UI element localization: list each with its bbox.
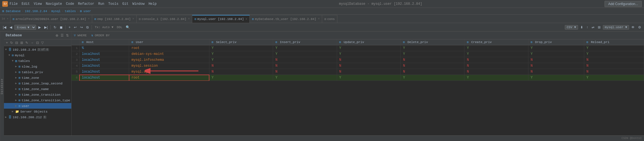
tab-icon-arnoldtest: ⊞ (13, 17, 14, 21)
sidebar-item-time-zone-transition-type[interactable]: ▶ ⊞ time_zone_transition_type (4, 97, 71, 103)
toolbar-upload-btn[interactable]: ↑ (585, 25, 589, 30)
sidebar-refresh-icon[interactable]: ↻ (9, 41, 14, 45)
menu-edit[interactable]: Edit (22, 2, 30, 6)
table-row[interactable]: 2localhostdebian-sys-maintYYYYYYY (72, 51, 644, 57)
col-create-priv[interactable]: ⊞ Create_priv (464, 39, 528, 45)
toolbar-redo-btn[interactable]: ↪ (79, 25, 84, 30)
sidebar-item-db2[interactable]: ▶ 🗄 192.168.200.212 6 (4, 114, 71, 120)
breadcrumb-tables[interactable]: tables (65, 10, 76, 13)
cell-create-priv: N (464, 63, 528, 69)
sidebar-item-time-zone-leap[interactable]: ▶ ⊞ time_zone_leap_second (4, 80, 71, 86)
breadcrumb-database[interactable]: Database (6, 10, 21, 13)
sidebar-item-tables[interactable]: ▼ ▤ tables (4, 58, 71, 64)
filter-icon: ▽ (74, 33, 76, 37)
sidebar-arrow-btn[interactable]: → (30, 41, 35, 45)
toolbar-search-btn[interactable]: 🔍 (125, 25, 131, 30)
sidebar-edit-btn[interactable]: ✎ (25, 41, 29, 45)
sidebar-filter2-btn[interactable]: ▽ (40, 41, 45, 45)
add-configuration-button[interactable]: Add Configuration... (605, 1, 642, 7)
breadcrumb-user[interactable]: user (83, 10, 91, 13)
sidebar-collapse-btn[interactable]: ⇅ (65, 33, 70, 38)
menu-help[interactable]: Help (149, 2, 157, 6)
sidebar-item-mysql[interactable]: ▼ ⊞ mysql (4, 52, 71, 58)
toolbar-eye-btn[interactable]: 👁 (630, 25, 636, 30)
sidebar-list-btn[interactable]: ☰ (60, 33, 65, 38)
tab-cons[interactable]: ⊡ cons (322, 15, 337, 23)
toolbar-last-btn[interactable]: ▶| (43, 25, 49, 30)
tab-mysql-user[interactable]: ⊞ mysql.user [192.168.2.84] × (192, 15, 250, 23)
tab-close-mydb-tbuser[interactable]: × (318, 17, 320, 21)
col-host[interactable]: ⊞ Host (79, 39, 129, 45)
sidebar-item-time-zone-transition[interactable]: ▶ ⊞ time_zone_transition (4, 92, 71, 97)
sidebar-item-db-root[interactable]: ▼ 🗄 192.168.2.84 3 of 6 (4, 47, 71, 52)
menu-file[interactable]: File (10, 2, 18, 6)
toolbar-rows-select[interactable]: 6 rows ▼ (14, 25, 36, 30)
sidebar-add-btn[interactable]: + (5, 41, 9, 45)
tree-label-user: user (22, 104, 30, 108)
data-table-container[interactable]: ⊞ Host ⊞ User ⊞ Select_priv (72, 39, 644, 81)
expand-icon: ▼ (5, 48, 8, 51)
col-drop-priv[interactable]: ⊞ Drop_priv (528, 39, 584, 45)
breadcrumb-mysql[interactable]: mysql (51, 10, 61, 13)
tab-close-mysql-user[interactable]: × (245, 18, 247, 21)
sidebar-table-btn[interactable]: ⊞ (19, 41, 24, 45)
toolbar-undo-btn[interactable]: ↩ (73, 25, 78, 30)
table-row[interactable]: 1%rootYYYYYYY (72, 45, 644, 51)
sidebar-item-time-zone-name[interactable]: ▶ ⊞ time_zone_name (4, 86, 71, 92)
toolbar-prev-btn[interactable]: ◀ (8, 25, 13, 30)
menu-git[interactable]: Git (122, 2, 129, 6)
sidebar-item-slow-log[interactable]: ▶ ⊞ slow_log (4, 64, 71, 69)
tab-mydb-tbuser[interactable]: ⊞ myDatabase.tb_user [192.168.2.84] × (250, 15, 322, 23)
toolbar-stop-btn[interactable]: ◼ (59, 25, 64, 30)
tab-arnoldtest[interactable]: ⊞ arnoldTest20230924.user [192.168.2.84]… (10, 15, 92, 23)
tab-close-console[interactable]: × (188, 17, 190, 21)
table-row[interactable]: 4localhostmysql.sessionNNNNNNN (72, 63, 644, 69)
cell-drop-priv: N (528, 63, 584, 69)
toolbar-settings-btn[interactable]: ⚙ (637, 25, 642, 30)
table-row[interactable]: 6localhostrootYYYYYYY (72, 75, 644, 81)
menu-bar[interactable]: File Edit View Navigate Code Refactor Ru… (10, 2, 157, 6)
sidebar-item-tables-priv[interactable]: ▶ ⊞ tables_priv (4, 69, 71, 75)
toolbar-csv-dropdown[interactable]: CSV ▼ (565, 25, 578, 30)
col-select-priv[interactable]: ⊞ Select_priv (209, 39, 273, 45)
col-reload-priv[interactable]: ⊞ Reload_pri (584, 39, 644, 45)
col-icon-insert-priv: ⊞ (275, 41, 277, 44)
menu-tools[interactable]: Tools (108, 2, 118, 6)
menu-refactor[interactable]: Refactor (78, 2, 94, 6)
tab-close-emp[interactable]: × (132, 17, 134, 21)
tab-close-arnoldtest[interactable]: × (88, 17, 90, 21)
col-insert-priv[interactable]: ⊞ Insert_priv (273, 39, 337, 45)
toolbar-first-btn[interactable]: |◀ (2, 25, 7, 30)
toolbar: |◀ ◀ 6 rows ▼ ▶ ▶| ↻ ◼ + ↩ ↪ ⧉ Tx: Auto … (0, 23, 644, 32)
tab-console[interactable]: ⊡ console_1 [192.168.2.84] × (137, 15, 192, 23)
toolbar-add-btn[interactable]: + (67, 25, 72, 30)
tree-label-db2: 192.168.200.212 (13, 115, 42, 119)
menu-view[interactable]: View (34, 2, 42, 6)
breadcrumb-ip[interactable]: 192.168.2.84 (25, 10, 47, 13)
tab-34[interactable]: 34 × (0, 15, 10, 23)
toolbar-download-btn[interactable]: ⬇ (579, 25, 584, 30)
toolbar-user-badge[interactable]: mysql.user ▼ (603, 25, 629, 30)
menu-navigate[interactable]: Navigate (46, 2, 62, 6)
toolbar-refresh-btn[interactable]: ↻ (52, 25, 57, 30)
sidebar-item-user[interactable]: ▶ ⊞ user (4, 103, 71, 109)
toolbar-compare-btn[interactable]: ⇌ (590, 25, 596, 30)
menu-code[interactable]: Code (66, 2, 74, 6)
table-row[interactable]: 3localhostmysql.infoschemaYNNNNNN (72, 57, 644, 63)
col-user[interactable]: ⊞ User (129, 39, 209, 45)
sidebar-globe-btn[interactable]: ⊕ (55, 33, 59, 38)
col-delete-priv[interactable]: ⊞ Delete_priv (400, 39, 464, 45)
tab-emp[interactable]: ⊞ emp [192.168.2.84] × (92, 15, 137, 23)
sidebar-pic-btn[interactable]: ⊡ (35, 41, 40, 45)
toolbar-copy-btn[interactable]: ⧉ (85, 25, 90, 30)
toolbar-next-btn[interactable]: ▶ (37, 25, 42, 30)
sidebar-item-server-objects[interactable]: ▶ 📁 Server Objects (4, 109, 71, 114)
folder-icon-server-objects: 📁 (15, 110, 19, 113)
menu-run[interactable]: Run (98, 2, 104, 6)
sidebar-item-time-zone[interactable]: ▶ ⊞ time_zone (4, 75, 71, 80)
col-update-priv[interactable]: ⊞ Update_priv (337, 39, 400, 45)
toolbar-grid-btn[interactable]: ⊞ (597, 25, 602, 30)
sidebar-filter-btn[interactable]: ⊟ (14, 41, 19, 45)
table-row[interactable]: 5localhostmysql.sysNNNNNNN (72, 69, 644, 75)
menu-window[interactable]: Window (132, 2, 145, 6)
